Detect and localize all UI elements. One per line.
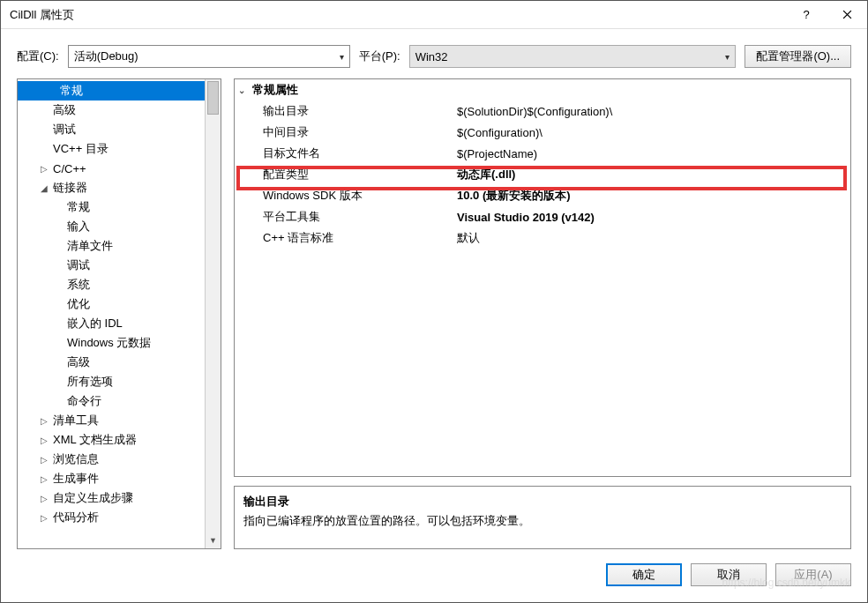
property-grid: ⌄ 常规属性 输出目录$(SolutionDir)$(Configuration… bbox=[234, 78, 851, 477]
property-name: 平台工具集 bbox=[235, 209, 453, 225]
tree-item-label: 嵌入的 IDL bbox=[67, 316, 123, 331]
tree-list[interactable]: 常规高级调试VC++ 目录▷C/C++◢链接器常规输入清单文件调试系统优化嵌入的… bbox=[18, 79, 205, 548]
tree-item-label: 系统 bbox=[67, 277, 90, 293]
expander-icon: ▷ bbox=[41, 513, 53, 523]
property-name: 输出目录 bbox=[235, 103, 453, 119]
tree-item[interactable]: 优化 bbox=[18, 294, 205, 314]
expander-icon: ▷ bbox=[41, 455, 53, 465]
config-combo[interactable]: 活动(Debug) ▾ bbox=[68, 45, 350, 68]
property-name: C++ 语言标准 bbox=[235, 230, 453, 246]
tree-item-label: 浏览信息 bbox=[53, 451, 99, 467]
tree-item-label: 调试 bbox=[53, 122, 76, 138]
property-row[interactable]: 目标文件名$(ProjectName) bbox=[235, 143, 850, 164]
tree-item-label: XML 文档生成器 bbox=[53, 432, 137, 448]
scroll-down-icon[interactable]: ▼ bbox=[206, 532, 221, 548]
scroll-thumb[interactable] bbox=[207, 81, 219, 115]
cancel-button[interactable]: 取消 bbox=[691, 563, 767, 586]
expander-icon: ▷ bbox=[41, 474, 53, 484]
property-value[interactable]: Visual Studio 2019 (v142) bbox=[453, 211, 850, 224]
tree-item-label: 输入 bbox=[67, 219, 90, 234]
property-value[interactable]: $(ProjectName) bbox=[453, 147, 850, 160]
tree-item-label: 链接器 bbox=[53, 180, 87, 196]
tree-item[interactable]: 调试 bbox=[18, 120, 205, 139]
chevron-down-icon: ▾ bbox=[340, 52, 344, 62]
tree-item[interactable]: 清单文件 bbox=[18, 236, 205, 256]
tree-item[interactable]: 输入 bbox=[18, 217, 205, 236]
tree-item[interactable]: ▷浏览信息 bbox=[18, 450, 205, 469]
property-name: 配置类型 bbox=[235, 167, 453, 182]
platform-combo[interactable]: Win32 ▾ bbox=[409, 45, 737, 68]
titlebar-title: CilDll 属性页 bbox=[10, 7, 786, 23]
tree-item-label: 高级 bbox=[67, 354, 90, 370]
platform-label: 平台(P): bbox=[359, 48, 400, 64]
tree-scrollbar[interactable]: ▲ ▼ bbox=[205, 79, 221, 548]
close-icon bbox=[842, 10, 852, 19]
tree-item[interactable]: 嵌入的 IDL bbox=[18, 314, 205, 333]
expander-icon: ▷ bbox=[41, 436, 53, 445]
expander-icon: ▷ bbox=[41, 164, 53, 174]
tree-item[interactable]: ▷C/C++ bbox=[18, 159, 205, 178]
property-value[interactable]: $(Configuration)\ bbox=[453, 126, 850, 139]
tree-item-label: C/C++ bbox=[53, 162, 86, 175]
tree-item-label: VC++ 目录 bbox=[53, 141, 108, 157]
description-panel: 输出目录 指向已编译程序的放置位置的路径。可以包括环境变量。 bbox=[234, 486, 851, 549]
help-button[interactable]: ? bbox=[786, 1, 827, 29]
property-list: 输出目录$(SolutionDir)$(Configuration)\中间目录$… bbox=[235, 100, 850, 249]
tree-item[interactable]: 高级 bbox=[18, 353, 205, 372]
tree-item-label: 命令行 bbox=[67, 393, 101, 409]
tree-item-label: 代码分析 bbox=[53, 510, 99, 525]
tree-item[interactable]: 所有选项 bbox=[18, 372, 205, 391]
description-text: 指向已编译程序的放置位置的路径。可以包括环境变量。 bbox=[243, 513, 842, 529]
property-name: 中间目录 bbox=[235, 124, 453, 140]
titlebar: CilDll 属性页 ? bbox=[1, 1, 867, 29]
property-row[interactable]: Windows SDK 版本10.0 (最新安装的版本) bbox=[235, 185, 850, 206]
property-row[interactable]: 配置类型动态库(.dll) bbox=[235, 164, 850, 185]
property-row[interactable]: 平台工具集Visual Studio 2019 (v142) bbox=[235, 206, 850, 227]
group-title: 常规属性 bbox=[252, 82, 298, 98]
tree-item-label: 常规 bbox=[60, 83, 83, 99]
config-label: 配置(C): bbox=[17, 48, 59, 64]
tree-item[interactable]: 调试 bbox=[18, 256, 205, 275]
property-value[interactable]: 动态库(.dll) bbox=[453, 167, 850, 182]
tree-item-label: Windows 元数据 bbox=[67, 335, 151, 351]
tree-item[interactable]: 高级 bbox=[18, 100, 205, 120]
property-row[interactable]: C++ 语言标准默认 bbox=[235, 227, 850, 249]
tree-item-label: 优化 bbox=[67, 296, 90, 312]
platform-value: Win32 bbox=[415, 50, 726, 63]
expander-icon: ▷ bbox=[41, 416, 53, 426]
tree-item[interactable]: 命令行 bbox=[18, 391, 205, 411]
tree-item[interactable]: 常规 bbox=[18, 197, 205, 217]
tree-item-label: 常规 bbox=[67, 199, 90, 215]
config-manager-button[interactable]: 配置管理器(O)... bbox=[745, 45, 851, 68]
property-value[interactable]: $(SolutionDir)$(Configuration)\ bbox=[453, 105, 850, 118]
tree-item[interactable]: ▷清单工具 bbox=[18, 411, 205, 430]
close-button[interactable] bbox=[827, 1, 867, 29]
property-row[interactable]: 输出目录$(SolutionDir)$(Configuration)\ bbox=[235, 100, 850, 122]
expander-icon: ◢ bbox=[41, 183, 53, 193]
chevron-down-icon: ▾ bbox=[725, 52, 730, 62]
property-name: Windows SDK 版本 bbox=[235, 188, 453, 204]
config-bar: 配置(C): 活动(Debug) ▾ 平台(P): Win32 ▾ 配置管理器(… bbox=[1, 29, 867, 78]
tree-item-label: 清单工具 bbox=[53, 413, 99, 428]
tree-item-label: 高级 bbox=[53, 102, 76, 118]
property-value[interactable]: 10.0 (最新安装的版本) bbox=[453, 188, 850, 204]
property-row[interactable]: 中间目录$(Configuration)\ bbox=[235, 122, 850, 143]
tree-item-label: 所有选项 bbox=[67, 374, 113, 390]
tree-item[interactable]: ▷生成事件 bbox=[18, 469, 205, 488]
tree-item[interactable]: ▷自定义生成步骤 bbox=[18, 488, 205, 508]
ok-button[interactable]: 确定 bbox=[606, 563, 682, 586]
tree-item-label: 清单文件 bbox=[67, 238, 113, 254]
tree-item[interactable]: ▷XML 文档生成器 bbox=[18, 430, 205, 450]
tree-item[interactable]: VC++ 目录 bbox=[18, 139, 205, 159]
property-value[interactable]: 默认 bbox=[453, 230, 850, 246]
footer: 确定 取消 应用(A) bbox=[1, 555, 867, 602]
tree-item[interactable]: ◢链接器 bbox=[18, 178, 205, 197]
tree-item[interactable]: 常规 bbox=[18, 81, 205, 100]
tree-item-label: 自定义生成步骤 bbox=[53, 490, 133, 506]
group-header[interactable]: ⌄ 常规属性 bbox=[235, 79, 850, 100]
tree-item[interactable]: Windows 元数据 bbox=[18, 333, 205, 353]
tree-item[interactable]: ▷代码分析 bbox=[18, 508, 205, 527]
tree-item-label: 生成事件 bbox=[53, 471, 99, 487]
apply-button[interactable]: 应用(A) bbox=[775, 563, 851, 586]
tree-item[interactable]: 系统 bbox=[18, 275, 205, 294]
